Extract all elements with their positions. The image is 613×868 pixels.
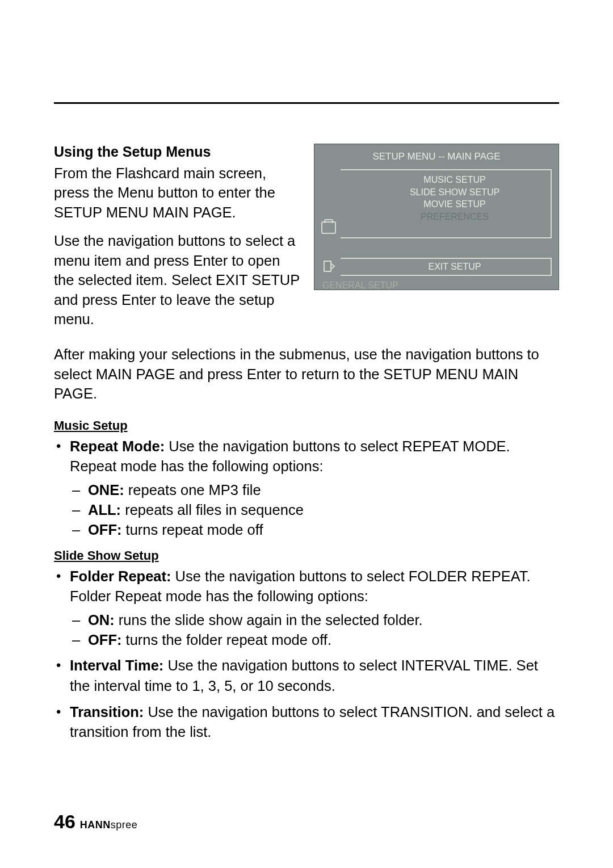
page-number: 46 xyxy=(54,811,75,833)
option-label: Repeat Mode: xyxy=(70,438,165,454)
menu-list-box: MUSIC SETUP SLIDE SHOW SETUP MOVIE SETUP… xyxy=(341,169,552,238)
section-heading: Using the Setup Menus xyxy=(54,144,303,160)
option-label: Transition: xyxy=(70,704,144,720)
brand-label: HANNspree xyxy=(80,819,138,831)
section-divider xyxy=(54,102,559,104)
paragraph: After making your selections in the subm… xyxy=(54,345,559,403)
menu-title: SETUP MENU -- MAIN PAGE xyxy=(321,151,552,162)
menu-exit-label: EXIT SETUP xyxy=(364,261,545,273)
menu-item: MOVIE SETUP xyxy=(364,198,545,211)
option-label: Folder Repeat: xyxy=(70,568,171,584)
menu-footer-label: GENERAL SETUP xyxy=(322,280,552,291)
music-setup-heading: Music Setup xyxy=(54,418,559,433)
list-item: Interval Time: Use the navigation button… xyxy=(70,656,559,696)
sub-list-item: ON: runs the slide show again in the sel… xyxy=(88,610,559,630)
option-label: Interval Time: xyxy=(70,657,163,673)
setup-menu-screenshot: SETUP MENU -- MAIN PAGE MUSIC SETUP SLID… xyxy=(314,144,559,290)
sub-list-item: OFF: turns repeat mode off xyxy=(88,520,559,540)
menu-exit-box: EXIT SETUP xyxy=(341,258,552,276)
exit-icon xyxy=(321,260,336,272)
paragraph: From the Flashcard main screen, press th… xyxy=(54,163,303,222)
list-item: Repeat Mode: Use the navigation buttons … xyxy=(70,437,559,540)
slideshow-setup-heading: Slide Show Setup xyxy=(54,548,559,563)
sub-list-item: ALL: repeats all files in sequence xyxy=(88,500,559,520)
page-footer: 46 HANNspree xyxy=(54,811,137,833)
sub-list-item: ONE: repeats one MP3 file xyxy=(88,480,559,500)
list-item: Transition: Use the navigation buttons t… xyxy=(70,702,559,743)
sub-list-item: OFF: turns the folder repeat mode off. xyxy=(88,630,559,650)
folder-icon xyxy=(321,221,336,234)
menu-item: MUSIC SETUP xyxy=(364,174,545,186)
list-item: Folder Repeat: Use the navigation button… xyxy=(70,567,559,651)
menu-item-disabled: PREFERENCES xyxy=(364,211,545,223)
menu-item: SLIDE SHOW SETUP xyxy=(364,186,545,199)
paragraph: Use the navigation buttons to select a m… xyxy=(54,231,303,329)
